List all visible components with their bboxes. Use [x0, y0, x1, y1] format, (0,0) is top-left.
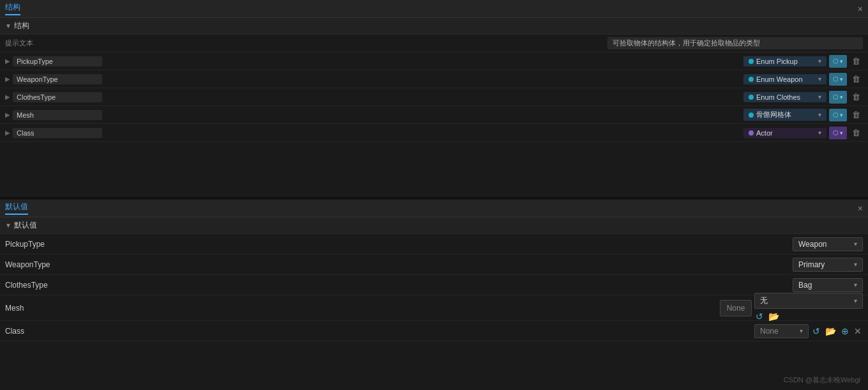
pickup-type-text: Enum Pickup: [756, 58, 816, 65]
clothestype-dropdown[interactable]: Bag ▾: [793, 278, 863, 292]
weapon-type-text: Enum Weapon: [756, 75, 816, 83]
weapon-controls: Enum Weapon ▾ ⬡ ▾ 🗑: [743, 73, 863, 86]
structure-tab-label[interactable]: 结构: [5, 2, 20, 15]
class-pin-button[interactable]: ⬡ ▾: [829, 127, 847, 139]
mesh-pin-icon: ⬡: [833, 111, 839, 118]
default-label-weapontype: WeaponType: [5, 260, 793, 269]
weapon-delete-button[interactable]: 🗑: [849, 73, 863, 85]
clothes-dot-icon: [749, 95, 754, 100]
clothes-pin-button[interactable]: ⬡ ▾: [829, 91, 847, 104]
mesh-pin-arrow-icon: ▾: [840, 112, 843, 118]
clothes-pin-icon: ⬡: [833, 93, 839, 100]
weapontype-dropdown-arrow-icon: ▾: [854, 261, 857, 268]
class-none-value: None: [760, 327, 796, 336]
mesh-delete-button[interactable]: 🗑: [849, 109, 863, 121]
weapon-pin-arrow-icon: ▾: [840, 76, 843, 82]
pickup-pin-icon: ⬡: [833, 58, 839, 65]
default-row-pickup: PickupType Weapon ▾: [0, 234, 868, 254]
mesh-type-text: 骨骼网格体: [756, 110, 816, 120]
defaults-panel: 默认值 × ▼ 默认值 PickupType Weapon ▾ WeaponTy…: [0, 198, 868, 390]
class-pin-arrow-icon: ▾: [840, 130, 843, 136]
class-type-text: Actor: [756, 129, 816, 137]
class-pin-icon: ⬡: [833, 129, 839, 136]
hint-row: 提示文本 可拾取物体的结构体，用于确定拾取物品的类型: [0, 35, 868, 52]
structure-tab-header: 结构 ×: [0, 0, 868, 18]
expand-icon-weapon[interactable]: ▶: [5, 75, 10, 82]
clothestype-default-control: Bag ▾: [793, 278, 863, 292]
defaults-tab-label[interactable]: 默认值: [5, 201, 28, 215]
class-type-badge[interactable]: Actor ▾: [743, 128, 826, 138]
class-default-control: None ▾ ↺ 📂 ⊕ ✕: [754, 324, 863, 338]
defaults-section-title: 默认值: [14, 220, 37, 231]
field-name-mesh: Mesh: [13, 110, 102, 120]
weapon-type-badge[interactable]: Enum Weapon ▾: [743, 74, 826, 84]
mesh-type-arrow-icon: ▾: [818, 111, 821, 118]
mesh-pin-button[interactable]: ⬡ ▾: [829, 109, 847, 121]
watermark: CSDN @暮志未晚Webgl: [784, 375, 860, 385]
structure-close-button[interactable]: ×: [858, 4, 863, 13]
hint-value: 可拾取物体的结构体，用于确定拾取物品的类型: [607, 37, 863, 49]
class-none-arrow-icon: ▾: [800, 327, 803, 334]
weapon-dot-icon: [749, 77, 754, 82]
mesh-wu-value: 无: [760, 295, 850, 306]
field-name-clothes: ClothesType: [13, 92, 102, 102]
weapon-pin-button[interactable]: ⬡ ▾: [829, 73, 847, 86]
weapontype-default-control: Primary ▾: [793, 258, 863, 272]
mesh-default-control: None 无 ▾ ↺ 📂: [720, 293, 863, 323]
pickup-pin-button[interactable]: ⬡ ▾: [829, 55, 847, 68]
pickup-type-badge[interactable]: Enum Pickup ▾: [743, 56, 826, 66]
defaults-chevron-icon: ▼: [5, 222, 11, 229]
class-none-dropdown[interactable]: None ▾: [754, 324, 809, 338]
expand-icon-clothes[interactable]: ▶: [5, 93, 10, 100]
clothestype-dropdown-arrow-icon: ▾: [854, 281, 857, 288]
class-add-button[interactable]: ⊕: [840, 325, 850, 338]
expand-icon-pickup[interactable]: ▶: [5, 58, 10, 65]
structure-body: 提示文本 可拾取物体的结构体，用于确定拾取物品的类型 ▶ PickupType …: [0, 35, 868, 197]
pickup-type-arrow-icon: ▾: [818, 58, 821, 65]
default-label-clothestype: ClothesType: [5, 281, 793, 290]
pickup-dropdown[interactable]: Weapon ▾: [793, 237, 863, 251]
pickup-controls: Enum Pickup ▾ ⬡ ▾ 🗑: [743, 55, 863, 68]
class-browse-button[interactable]: 📂: [824, 325, 837, 338]
weapon-type-arrow-icon: ▾: [818, 75, 821, 82]
class-type-arrow-icon: ▾: [818, 129, 821, 136]
class-controls: Actor ▾ ⬡ ▾ 🗑: [743, 127, 863, 139]
defaults-section-header: ▼ 默认值: [0, 217, 868, 234]
pickup-delete-button[interactable]: 🗑: [849, 55, 863, 67]
mesh-controls: 骨骼网格体 ▾ ⬡ ▾ 🗑: [743, 109, 863, 121]
weapontype-dropdown[interactable]: Primary ▾: [793, 258, 863, 272]
mesh-wu-arrow-icon: ▾: [854, 297, 857, 304]
clothes-delete-button[interactable]: 🗑: [849, 91, 863, 103]
structure-section-header: ▼ 结构: [0, 18, 868, 35]
defaults-tab-header: 默认值 ×: [0, 199, 868, 217]
default-label-mesh: Mesh: [5, 304, 720, 313]
clothes-type-arrow-icon: ▾: [818, 93, 821, 100]
field-name-weapon: WeaponType: [13, 74, 102, 84]
class-reload-button[interactable]: ↺: [811, 325, 821, 338]
structure-panel: 结构 × ▼ 结构 提示文本 可拾取物体的结构体，用于确定拾取物品的类型 ▶ P…: [0, 0, 868, 198]
default-row-mesh: Mesh None 无 ▾ ↺ 📂: [0, 295, 868, 321]
class-delete-button[interactable]: 🗑: [849, 127, 863, 139]
expand-icon-mesh[interactable]: ▶: [5, 111, 10, 118]
mesh-dot-icon: [749, 113, 754, 118]
class-dot-icon: [749, 130, 754, 136]
clothes-type-badge[interactable]: Enum Clothes ▾: [743, 92, 826, 102]
expand-icon-class[interactable]: ▶: [5, 129, 10, 136]
default-label-pickup: PickupType: [5, 240, 793, 249]
struct-row-class: ▶ Class Actor ▾ ⬡ ▾ 🗑: [0, 124, 868, 142]
pickup-dot-icon: [749, 59, 754, 64]
weapontype-dropdown-value: Primary: [798, 260, 850, 269]
pickup-dropdown-value: Weapon: [798, 240, 850, 249]
defaults-close-button[interactable]: ×: [858, 204, 863, 213]
clothes-type-text: Enum Clothes: [756, 93, 816, 101]
mesh-type-badge[interactable]: 骨骼网格体 ▾: [743, 109, 826, 121]
class-clear-button[interactable]: ✕: [853, 325, 863, 338]
mesh-none-box: None: [720, 300, 752, 316]
clothes-pin-arrow-icon: ▾: [840, 94, 843, 100]
default-row-weapontype: WeaponType Primary ▾: [0, 254, 868, 275]
clothestype-dropdown-value: Bag: [798, 281, 850, 290]
pickup-default-control: Weapon ▾: [793, 237, 863, 251]
structure-section-title: 结构: [14, 20, 29, 31]
mesh-wu-dropdown[interactable]: 无 ▾: [754, 293, 863, 309]
hint-label: 提示文本: [5, 38, 607, 48]
